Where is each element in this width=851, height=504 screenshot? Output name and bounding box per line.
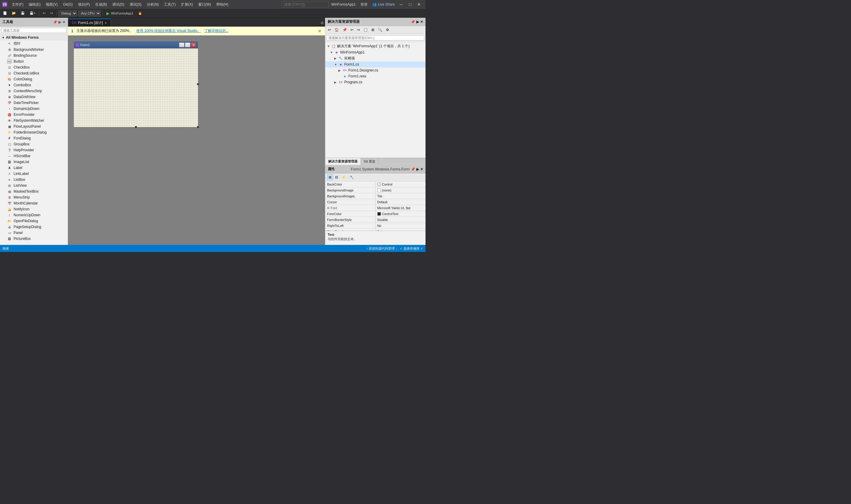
tree-item-programcs[interactable]: ▶ C# Program.cs xyxy=(325,79,426,85)
toolbox-item-button[interactable]: OK Button xyxy=(0,58,68,65)
toolbox-item-linklabel[interactable]: A LinkLabel xyxy=(0,171,68,177)
toolbox-item-errorprovider[interactable]: ⛔ ErrorProvider xyxy=(0,112,68,118)
menu-extensions[interactable]: 扩展(X) xyxy=(179,1,195,8)
toolbox-item-filesystemwatcher[interactable]: 👁 FileSystemWatcher xyxy=(0,118,68,124)
toolbox-item-listview[interactable]: ⊟ ListView xyxy=(0,183,68,188)
toolbox-expand-icon[interactable]: ▶ xyxy=(58,20,61,24)
prop-row-formborderstyle[interactable]: FormBorderStyle Sizable xyxy=(325,217,426,223)
tab-close-button[interactable]: ✕ xyxy=(105,21,107,24)
toolbox-item-numericupdown[interactable]: ↕ NumericUpDown xyxy=(0,212,68,218)
font-expand-icon[interactable]: ⊞ xyxy=(327,206,329,210)
sol-toolbar-btn-7[interactable]: ⊞ xyxy=(370,27,376,33)
menu-view[interactable]: 视图(V) xyxy=(43,1,60,8)
prop-row-forecolor[interactable]: ForeColor ControlText xyxy=(325,211,426,217)
toolbox-item-openfiledialog[interactable]: 📂 OpenFileDialog xyxy=(0,218,68,224)
cpu-config-select[interactable]: Any CPU xyxy=(78,10,101,17)
tree-item-form1resx[interactable]: ▶ ■ Form1.resx xyxy=(325,73,426,79)
toolbox-item-helpprovider[interactable]: ❓ HelpProvider xyxy=(0,147,68,153)
toolbox-item-datetimepicker[interactable]: 📅 DateTimePicker xyxy=(0,100,68,106)
menu-file[interactable]: 文件(F) xyxy=(10,1,26,8)
toolbox-item-flowlayoutpanel[interactable]: ▦ FlowLayoutPanel xyxy=(0,124,68,129)
menu-tools[interactable]: 工具(T) xyxy=(162,1,178,8)
menu-project[interactable]: 项目(P) xyxy=(76,1,92,8)
status-branch[interactable]: ✓ 选择存储库 ✓ xyxy=(400,246,423,251)
props-categories-button[interactable]: ⊞ xyxy=(327,174,333,180)
debug-config-select[interactable]: Debug xyxy=(58,10,77,17)
menu-build[interactable]: 生成(B) xyxy=(93,1,109,8)
tab-form1-designer[interactable]: C# Form1.cs [设计] ✕ xyxy=(68,19,111,26)
menu-test[interactable]: 测试(S) xyxy=(127,1,144,8)
prop-row-font[interactable]: ⊞ Font Microsoft YaHei UI, 9pt xyxy=(325,205,426,211)
login-button[interactable]: 登录 xyxy=(358,1,370,8)
toolbox-item-picturebox[interactable]: 🖼 PictureBox xyxy=(0,236,68,242)
sol-toolbar-btn-9[interactable]: ⚙ xyxy=(384,27,391,33)
prop-row-backcolor[interactable]: BackColor Control xyxy=(325,181,426,187)
run-button[interactable]: ▶ WinFormsApp1 xyxy=(105,10,135,16)
props-propertypage-button[interactable]: 🔧 xyxy=(348,174,356,180)
prop-row-righttoleftlayout[interactable]: RightToLeftLayout False xyxy=(325,229,426,231)
sol-toolbar-btn-2[interactable]: 🏠 xyxy=(333,27,340,33)
tab-settings-icon[interactable]: ⚙ xyxy=(320,20,325,26)
toolbox-item-fontdialog[interactable]: F FontDialog xyxy=(0,135,68,141)
toolbox-item-checkedlistbox[interactable]: ☑ CheckedListBox xyxy=(0,70,68,76)
global-search-input[interactable] xyxy=(282,1,329,8)
toolbox-item-domainupdown[interactable]: ↕ DomainUpDown xyxy=(0,106,68,112)
props-events-button[interactable]: ⚡ xyxy=(340,174,347,180)
notification-learn-link[interactable]: 了解详细信息... xyxy=(204,29,229,33)
toolbox-item-pointer[interactable]: ↖ 指针 xyxy=(0,40,68,47)
form-minimize-button[interactable]: ─ xyxy=(179,42,184,47)
toolbox-group-all-windows-forms[interactable]: ▼ All Windows Forms xyxy=(0,35,68,40)
props-alphabetical-button[interactable]: ⊟ xyxy=(333,174,340,180)
props-close-icon[interactable]: ✕ xyxy=(420,167,423,172)
toolbox-item-notifyicon[interactable]: 🔔 NotifyIcon xyxy=(0,206,68,212)
toolbox-item-panel[interactable]: ▭ Panel xyxy=(0,230,68,236)
toolbox-item-combobox[interactable]: ▼ ComboBox xyxy=(0,82,68,88)
tab-solution-explorer[interactable]: 解决方案资源管理器 xyxy=(325,158,361,165)
props-pin-icon[interactable]: 📌 xyxy=(411,167,415,172)
resize-handle-middle-right[interactable] xyxy=(197,83,199,85)
toolbox-item-bindingsource[interactable]: 🔗 BindingSource xyxy=(0,53,68,58)
open-button[interactable]: 📂 xyxy=(10,10,18,17)
toolbox-item-checkbox[interactable]: ☑ CheckBox xyxy=(0,65,68,70)
toolbox-item-monthcalendar[interactable]: 📅 MonthCalendar xyxy=(0,200,68,206)
sol-toolbar-btn-4[interactable]: ↩ xyxy=(349,27,355,33)
menu-window[interactable]: 窗口(W) xyxy=(196,1,213,8)
menu-edit[interactable]: 编辑(E) xyxy=(26,1,43,8)
toolbox-item-listbox[interactable]: ≡ ListBox xyxy=(0,177,68,183)
toolbox-pin-icon[interactable]: 📌 xyxy=(53,20,57,24)
sol-close-icon[interactable]: ✕ xyxy=(420,20,423,24)
notification-restart-link[interactable]: 使用 100% 缩放比例重启 Visual Studio。 xyxy=(136,29,201,33)
toolbox-item-groupbox[interactable]: ▢ GroupBox xyxy=(0,141,68,147)
sol-toolbar-btn-5[interactable]: ↪ xyxy=(356,27,361,33)
tree-item-dependencies[interactable]: ▶ 🔧 依赖项 xyxy=(325,55,426,61)
save-button[interactable]: 💾 xyxy=(19,10,26,17)
close-button[interactable]: ✕ xyxy=(415,1,423,7)
tree-item-project[interactable]: ▼ ■ WinFormsApp1 xyxy=(325,49,426,55)
form-close-button[interactable]: ✕ xyxy=(191,42,196,47)
tree-item-form1designer[interactable]: ▶ C# Form1.Designer.cs xyxy=(325,67,426,73)
toolbox-item-label[interactable]: A Label xyxy=(0,165,68,171)
hot-reload-button[interactable]: 🔥 xyxy=(136,10,144,17)
tree-item-form1cs[interactable]: ▼ ■ Form1.cs xyxy=(325,61,426,67)
sol-pin-icon[interactable]: 📌 xyxy=(411,20,415,24)
sol-toolbar-btn-8[interactable]: 🔍 xyxy=(377,27,384,33)
tab-git-changes[interactable]: Git 更改 xyxy=(361,158,379,165)
menu-git[interactable]: Git(G) xyxy=(60,1,75,8)
solution-search-input[interactable] xyxy=(327,35,424,40)
toolbox-item-backgroundworker[interactable]: ⚙ BackgroundWorker xyxy=(0,47,68,53)
prop-row-righttoleft[interactable]: RightToLeft No xyxy=(325,223,426,229)
form-maximize-button[interactable]: □ xyxy=(185,42,190,47)
notification-close-button[interactable]: ✕ xyxy=(318,29,322,33)
minimize-button[interactable]: ─ xyxy=(397,1,405,7)
tree-item-solution[interactable]: ▼ 📋 解决方案 'WinFormsApp1' (1 个项目，共 1 个) xyxy=(325,43,426,49)
props-expand-icon[interactable]: ▶ xyxy=(416,167,419,172)
save-all-button[interactable]: 💾+ xyxy=(28,10,37,17)
resize-handle-bottom-middle[interactable] xyxy=(135,126,137,128)
sol-toolbar-btn-1[interactable]: ↩ xyxy=(327,27,332,33)
menu-debug[interactable]: 调试(D) xyxy=(110,1,127,8)
resize-handle-bottom-right[interactable] xyxy=(197,126,199,128)
redo-button[interactable]: ↪ xyxy=(49,10,55,17)
toolbox-item-imagelist[interactable]: 🖼 ImageList xyxy=(0,159,68,165)
sol-toolbar-btn-3[interactable]: 📌 xyxy=(341,27,348,33)
sol-expand-icon[interactable]: ▶ xyxy=(416,20,419,24)
